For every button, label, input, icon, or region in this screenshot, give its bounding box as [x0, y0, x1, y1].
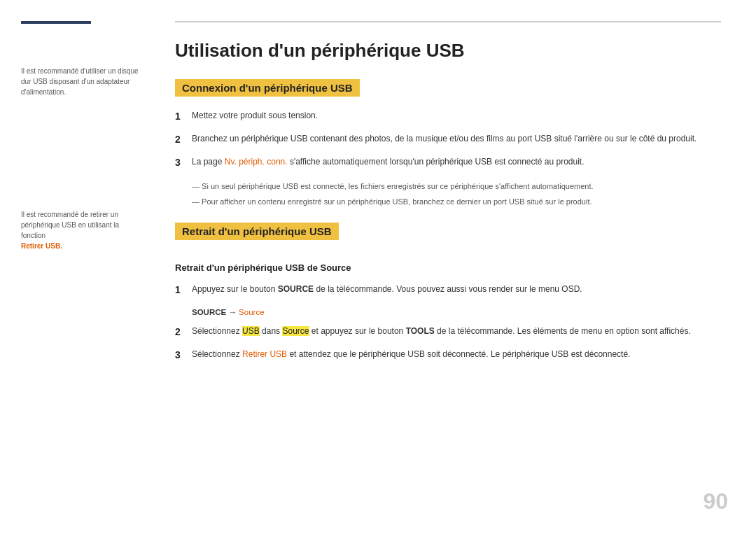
step-1-3-suffix: s'affiche automatiquement lorsqu'un péri… [290, 157, 584, 167]
bullet-note-2: Pour afficher un contenu enregistré sur … [192, 196, 721, 208]
step-1-2: 2 Branchez un périphérique USB contenant… [175, 132, 721, 147]
main-content: Utilisation d'un périphérique USB Connex… [154, 0, 756, 534]
section2: Retrait d'un périphérique USB Retrait d'… [175, 223, 721, 363]
sidebar-note2-text: Il est recommandé de retirer un périphér… [21, 211, 119, 239]
step-2-1-prefix: Appuyez sur le bouton [192, 284, 275, 294]
page-title: Utilisation d'un périphérique USB [175, 40, 721, 62]
step-2-2-suffix3: de la télécommande. Les éléments de menu… [437, 326, 691, 336]
section2-steps: 1 Appuyez sur le bouton SOURCE de la tél… [175, 283, 721, 297]
step-2-2: 2 Sélectionnez USB dans Source et appuye… [175, 325, 721, 339]
step-2-2-prefix: Sélectionnez [192, 326, 240, 336]
sub-heading: Retrait d'un périphérique USB de Source [175, 262, 721, 273]
step-2-number-3: 3 [175, 348, 192, 363]
top-line [175, 21, 721, 22]
step-number-2: 2 [175, 132, 192, 147]
step-2-3-prefix: Sélectionnez [192, 349, 240, 359]
step-2-number-1: 1 [175, 283, 192, 297]
step-number-3: 3 [175, 155, 192, 170]
step-2-1-suffix: de la télécommande. Vous pouvez aussi vo… [316, 284, 582, 294]
sidebar-note2: Il est recommandé de retirer un périphér… [21, 209, 140, 251]
source-bold: SOURCE [278, 284, 314, 294]
step-2-3: 3 Sélectionnez Retirer USB et attendez q… [175, 348, 721, 363]
sidebar-bar [21, 21, 91, 24]
step-2-number-2: 2 [175, 325, 192, 339]
source-link: Source [239, 308, 264, 316]
section2-heading: Retrait d'un périphérique USB [175, 223, 339, 240]
section1-heading: Connexion d'un périphérique USB [175, 79, 360, 97]
tools-bold: TOOLS [406, 326, 435, 336]
sidebar-retirer-usb: Retirer USB. [21, 242, 62, 250]
page-number: 90 [703, 489, 728, 514]
step-2-2-middle: dans [262, 326, 280, 336]
step-1-3: 3 La page Nv. périph. conn. s'affiche au… [175, 155, 721, 170]
bullet-note-1: Si un seul périphérique USB est connecté… [192, 181, 721, 192]
step-2-3-suffix: et attendez que le périphérique USB soit… [289, 349, 630, 359]
section2-steps-cont: 2 Sélectionnez USB dans Source et appuye… [175, 325, 721, 363]
step-2-3-content: Sélectionnez Retirer USB et attendez que… [192, 348, 630, 360]
nv-periph-conn-link: Nv. périph. conn. [225, 157, 288, 167]
step-2-1-content: Appuyez sur le bouton SOURCE de la téléc… [192, 283, 582, 295]
step-2-1: 1 Appuyez sur le bouton SOURCE de la tél… [175, 283, 721, 297]
section1-steps: 1 Mettez votre produit sous tension. 2 B… [175, 109, 721, 170]
source-highlight: Source [282, 326, 309, 336]
source-arrow-line: SOURCE → Source [192, 308, 721, 316]
step-1-3-prefix: La page [192, 157, 222, 167]
sidebar-note1: Il est recommandé d'utiliser un disque d… [21, 66, 140, 97]
step-number-1: 1 [175, 109, 192, 124]
step-2-2-suffix2: appuyez sur le bouton [321, 326, 403, 336]
source-keyword: SOURCE [192, 308, 226, 316]
retirer-usb-link: Retirer USB [242, 349, 287, 359]
step-1-2-text: Branchez un périphérique USB contenant d… [192, 132, 696, 145]
step-2-2-content: Sélectionnez USB dans Source et appuyez … [192, 325, 691, 337]
step-1-3-content: La page Nv. périph. conn. s'affiche auto… [192, 155, 584, 168]
step-1-1: 1 Mettez votre produit sous tension. [175, 109, 721, 124]
usb-highlight: USB [242, 326, 260, 336]
sidebar: Il est recommandé d'utiliser un disque d… [0, 0, 154, 534]
step-1-1-text: Mettez votre produit sous tension. [192, 109, 318, 122]
